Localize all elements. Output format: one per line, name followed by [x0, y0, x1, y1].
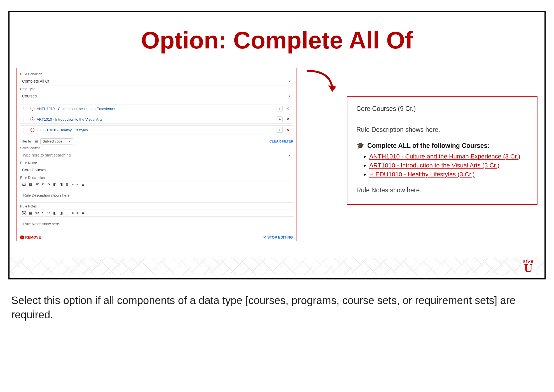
hr-button[interactable]: HR [35, 211, 39, 214]
rule-description-text: Rule Description shows here. [23, 193, 71, 197]
filter-bar: Filter by: 🏛 Subject code ▼ CLEAR FILTER [20, 138, 293, 144]
panel-footer: − REMOVE ✕ STOP EDITING [20, 233, 293, 240]
course-link[interactable]: ART1010 - Introduction to the Visual Art… [369, 162, 499, 169]
list-item: ANTH1010 - Culture and the Human Experie… [369, 153, 528, 160]
course-name: ART1010 - Introduction to the Visual Art… [37, 117, 274, 122]
drag-handle-icon[interactable]: ⋮⋮ [22, 107, 28, 111]
remove-course-icon[interactable]: − [31, 128, 34, 132]
indent-icon[interactable]: ≡ [71, 182, 74, 186]
select-course-label: Select course [20, 146, 293, 150]
course-name: H EDU1010 - Healthy Lifestyles [37, 128, 274, 132]
preview-title: Core Courses (9 Cr.) [356, 105, 528, 113]
rule-preview-panel: Core Courses (9 Cr.) Rule Description sh… [347, 96, 537, 205]
rule-condition-select[interactable]: Complete All Of ▼ [20, 77, 293, 85]
indent-icon[interactable]: ≡ [71, 211, 74, 215]
drag-handle-icon[interactable]: ⋮⋮ [22, 117, 28, 121]
sitemap-icon[interactable]: ⊞ [66, 211, 69, 215]
image-icon[interactable]: 🖼 [22, 211, 26, 215]
data-type-value: Courses [22, 94, 37, 98]
table-icon[interactable]: ▦ [29, 182, 32, 186]
graduation-cap-icon: 🎓 [356, 142, 364, 150]
outdent-icon[interactable]: ≡ [76, 211, 79, 215]
slide-title: Option: Complete All Of [17, 26, 537, 54]
drag-handle-icon[interactable]: ⋮⋮ [22, 128, 28, 132]
rule-notes-label: Rule Notes [20, 204, 293, 208]
close-icon: ✕ [263, 235, 266, 239]
slide-frame: Option: Complete All Of Rule Condition C… [8, 11, 546, 279]
rich-text-toolbar: 🖼 ▦ HR ↶ ↷ ◧ ◨ ⊞ ≡ ≡ ≣ [20, 181, 293, 188]
chevron-down-icon: ▼ [68, 140, 71, 143]
rule-name-label: Rule Name [20, 161, 293, 165]
minus-circle-icon: − [20, 235, 24, 239]
format-icon[interactable]: ◧ [53, 211, 57, 215]
filter-select[interactable]: Subject code ▼ [40, 138, 73, 144]
add-button[interactable]: + [277, 116, 283, 122]
close-icon[interactable]: ✕ [285, 117, 291, 122]
course-row[interactable]: ⋮⋮ − ART1010 - Introduction to the Visua… [20, 115, 293, 124]
filter-type-icon: 🏛 [35, 139, 38, 143]
preview-course-list: ANTH1010 - Culture and the Human Experie… [363, 153, 528, 178]
format-icon[interactable]: ◨ [59, 211, 63, 215]
remove-course-icon[interactable]: − [31, 107, 34, 111]
chevron-down-icon: ▼ [288, 154, 291, 157]
chevron-down-icon: ▼ [288, 80, 291, 83]
undo-icon[interactable]: ↶ [41, 182, 45, 186]
format-icon[interactable]: ◨ [59, 182, 63, 186]
chevron-down-icon: ▼ [288, 95, 291, 98]
list-item: H EDU1010 - Healthy Lifestyles (3 Cr.) [369, 171, 528, 178]
content-columns: Rule Condition Complete All Of ▼ Data Ty… [17, 68, 537, 241]
stop-editing-label: STOP EDITING [267, 235, 293, 239]
course-link[interactable]: H EDU1010 - Healthy Lifestyles (3 Cr.) [369, 171, 475, 178]
remove-label: REMOVE [25, 235, 41, 239]
rule-condition-label: Rule Condition [20, 72, 293, 76]
list-item: ART1010 - Introduction to the Visual Art… [369, 162, 528, 169]
course-link[interactable]: ANTH1010 - Culture and the Human Experie… [369, 153, 520, 160]
rule-notes-text: Rule Notes show here. [23, 222, 60, 226]
course-row[interactable]: ⋮⋮ − H EDU1010 - Healthy Lifestyles + ✕ [20, 125, 293, 134]
preview-description: Rule Description shows here. [356, 126, 528, 134]
remove-button[interactable]: − REMOVE [20, 235, 41, 239]
list-icon[interactable]: ≣ [81, 182, 85, 186]
rule-name-input[interactable]: Core Courses [20, 166, 293, 174]
preview-notes: Rule Notes show here. [356, 186, 528, 194]
course-search-input[interactable]: Type here to start searching ▼ [20, 151, 293, 159]
rule-name-value: Core Courses [22, 168, 46, 172]
preview-heading-text: Complete ALL of the following Courses: [367, 142, 490, 150]
list-icon[interactable]: ≣ [81, 211, 85, 215]
data-type-select[interactable]: Courses ▼ [20, 92, 293, 100]
close-icon[interactable]: ✕ [285, 106, 291, 111]
course-name: ANTH1010 - Culture and the Human Experie… [37, 107, 274, 111]
rule-condition-value: Complete All Of [22, 79, 49, 83]
slide-caption: Select this option if all components of … [11, 293, 543, 322]
preview-heading: 🎓 Complete ALL of the following Courses: [356, 142, 528, 150]
redo-icon[interactable]: ↷ [47, 182, 50, 186]
hr-button[interactable]: HR [35, 183, 39, 186]
image-icon[interactable]: 🖼 [22, 182, 26, 186]
course-list: ⋮⋮ − ANTH1010 - Culture and the Human Ex… [20, 104, 293, 134]
close-icon[interactable]: ✕ [285, 127, 291, 132]
remove-course-icon[interactable]: − [31, 117, 34, 121]
filter-value: Subject code [43, 139, 62, 143]
data-type-label: Data Type [20, 87, 293, 91]
stop-editing-button[interactable]: ✕ STOP EDITING [263, 235, 293, 239]
format-icon[interactable]: ◧ [53, 182, 57, 186]
course-search-placeholder: Type here to start searching [22, 153, 71, 157]
redo-icon[interactable]: ↷ [47, 211, 50, 215]
add-button[interactable]: + [277, 106, 283, 111]
table-icon[interactable]: ▦ [29, 211, 32, 215]
filter-by-label: Filter by: [20, 139, 32, 143]
undo-icon[interactable]: ↶ [41, 211, 45, 215]
rule-notes-editor[interactable]: Rule Notes show here. [20, 216, 293, 231]
course-row[interactable]: ⋮⋮ − ANTH1010 - Culture and the Human Ex… [20, 104, 293, 113]
decorative-chevron-strip: UTAH U [10, 258, 544, 275]
logo-letter: U [523, 263, 534, 274]
rule-description-label: Rule Description [20, 176, 293, 180]
add-button[interactable]: + [277, 127, 283, 133]
rule-description-editor[interactable]: Rule Description shows here. [20, 188, 293, 203]
curved-arrow-icon [305, 65, 338, 99]
clear-filter-link[interactable]: CLEAR FILTER [269, 139, 293, 143]
sitemap-icon[interactable]: ⊞ [66, 182, 69, 186]
outdent-icon[interactable]: ≡ [76, 182, 79, 186]
rule-editor-panel: Rule Condition Complete All Of ▼ Data Ty… [17, 68, 296, 241]
arrow-annotation [305, 65, 338, 99]
